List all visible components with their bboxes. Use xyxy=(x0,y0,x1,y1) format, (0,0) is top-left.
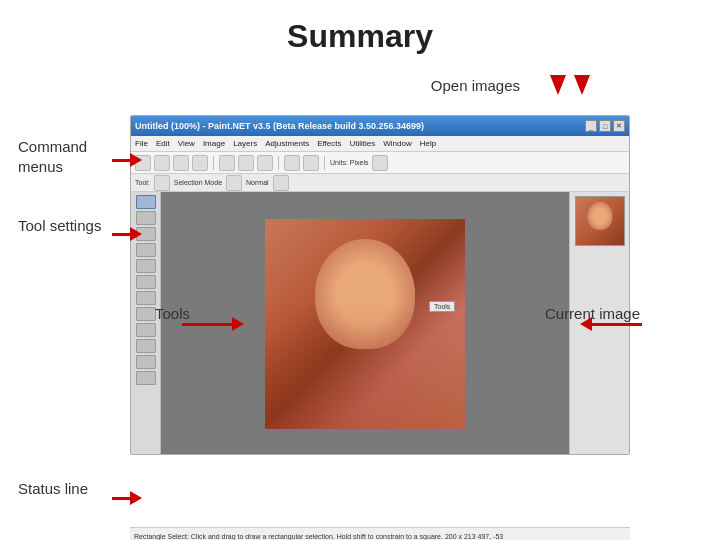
tool-zoom[interactable] xyxy=(136,243,156,257)
menu-view[interactable]: View xyxy=(178,139,195,148)
arrow-status-line xyxy=(112,491,142,505)
toolbar-icon-7[interactable] xyxy=(257,155,273,171)
tool-eraser[interactable] xyxy=(136,275,156,289)
toolbar-sep-3 xyxy=(324,156,325,170)
page-title: Summary xyxy=(0,0,720,55)
arrow-tools-line xyxy=(182,323,232,326)
minimize-button[interactable]: _ xyxy=(585,120,597,132)
menu-effects[interactable]: Effects xyxy=(317,139,341,148)
arrow-tool-settings-head xyxy=(130,227,142,241)
selection-mode-label: Selection Mode xyxy=(174,179,222,186)
menu-layers[interactable]: Layers xyxy=(233,139,257,148)
open-images-label: Open images xyxy=(431,77,520,94)
tool-line[interactable] xyxy=(136,323,156,337)
arrow-command-menus-head xyxy=(130,153,142,167)
toolbar-units-label: Units: Pixels xyxy=(330,159,369,166)
tool-extra2[interactable] xyxy=(136,371,156,385)
toolbar-icon-5[interactable] xyxy=(219,155,235,171)
menu-file[interactable]: File xyxy=(135,139,148,148)
screenshot-box: Untitled (100%) - Paint.NET v3.5 (Beta R… xyxy=(130,115,630,455)
status-line-label: Status line xyxy=(18,480,88,497)
toolbar-sep-1 xyxy=(213,156,214,170)
toolbar-sep-2 xyxy=(278,156,279,170)
toolbar-icon-6[interactable] xyxy=(238,155,254,171)
titlebar-buttons: _ □ ✕ xyxy=(585,120,625,132)
titlebar-text: Untitled (100%) - Paint.NET v3.5 (Beta R… xyxy=(135,121,424,131)
tool-paint[interactable] xyxy=(136,259,156,273)
canvas-image xyxy=(265,219,465,429)
tool-rect-select[interactable] xyxy=(136,195,156,209)
app-titlebar: Untitled (100%) - Paint.NET v3.5 (Beta R… xyxy=(131,116,629,136)
thumbnail-image xyxy=(575,196,625,246)
arrow-current-image-head xyxy=(580,317,592,331)
normal-label: Normal xyxy=(246,179,269,186)
open-images-arrows xyxy=(550,75,590,95)
tool-extra1[interactable] xyxy=(136,355,156,369)
toolbar-icon-8[interactable] xyxy=(284,155,300,171)
tool-text[interactable] xyxy=(136,307,156,321)
tool-settings-label: Tool settings xyxy=(18,217,101,234)
toolbar-icon-3[interactable] xyxy=(173,155,189,171)
toolbar-icon-2[interactable] xyxy=(154,155,170,171)
menu-help[interactable]: Help xyxy=(420,139,436,148)
arrow-status-line-head xyxy=(130,491,142,505)
arrow-tools xyxy=(182,317,244,331)
close-button[interactable]: ✕ xyxy=(613,120,625,132)
menu-utilities[interactable]: Utilities xyxy=(349,139,375,148)
statusbar: Rectangle Select: Click and drag to draw… xyxy=(130,527,630,540)
maximize-button[interactable]: □ xyxy=(599,120,611,132)
toolbar-icon-9[interactable] xyxy=(303,155,319,171)
arrow-tool-settings xyxy=(112,227,142,241)
toolbar-icon-4[interactable] xyxy=(192,155,208,171)
toolbar: Units: Pixels xyxy=(131,152,629,174)
tool-label: Tool: xyxy=(135,179,150,186)
arrow-down-2 xyxy=(574,75,590,95)
main-area: Open images Untitled (100%) - Paint.NET … xyxy=(0,65,720,540)
toolbar-units-select[interactable] xyxy=(372,155,388,171)
tool-lasso[interactable] xyxy=(136,211,156,225)
blend-icon[interactable] xyxy=(273,175,289,191)
menu-image[interactable]: Image xyxy=(203,139,225,148)
tool-shape[interactable] xyxy=(136,339,156,353)
menu-window[interactable]: Window xyxy=(383,139,411,148)
tool-fill[interactable] xyxy=(136,291,156,305)
tool-select[interactable] xyxy=(154,175,170,191)
arrow-current-image xyxy=(580,317,642,331)
arrow-tools-head xyxy=(232,317,244,331)
arrow-down-1 xyxy=(550,75,566,95)
arrow-command-menus xyxy=(112,153,142,167)
arrow-tool-settings-line xyxy=(112,233,130,236)
menu-edit[interactable]: Edit xyxy=(156,139,170,148)
arrow-status-line-line xyxy=(112,497,130,500)
arrow-command-menus-line xyxy=(112,159,130,162)
command-menus-text: Commandmenus xyxy=(18,138,87,175)
arrow-current-image-line xyxy=(592,323,642,326)
mode-icon[interactable] xyxy=(226,175,242,191)
command-menus-label: Commandmenus xyxy=(18,137,87,176)
menu-adjustments[interactable]: Adjustments xyxy=(265,139,309,148)
menubar: File Edit View Image Layers Adjustments … xyxy=(131,136,629,152)
tools-box-label: Tools xyxy=(429,301,455,312)
tool-options-bar: Tool: Selection Mode Normal xyxy=(131,174,629,192)
statusbar-text: Rectangle Select: Click and drag to draw… xyxy=(134,533,503,540)
